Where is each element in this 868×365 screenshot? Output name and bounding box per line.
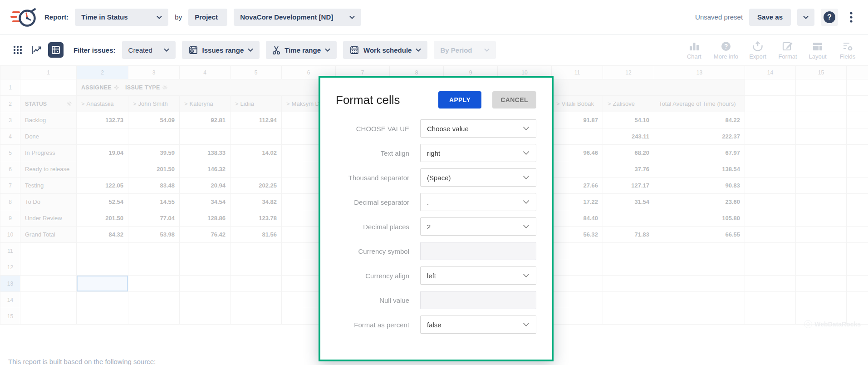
assignee-column-header[interactable]: >Anastasiia bbox=[77, 96, 128, 112]
value-cell[interactable]: 37.76 bbox=[603, 161, 654, 178]
value-cell[interactable] bbox=[180, 128, 230, 145]
grid-cell[interactable] bbox=[654, 308, 745, 325]
grid-cell[interactable] bbox=[745, 194, 796, 210]
expand-arrow[interactable]: > bbox=[184, 100, 188, 107]
grid-cell[interactable] bbox=[745, 178, 796, 194]
grid-cell[interactable] bbox=[745, 79, 796, 96]
grid-cell[interactable] bbox=[745, 276, 796, 292]
value-cell[interactable]: 96.46 bbox=[552, 145, 603, 161]
value-cell[interactable]: 202.25 bbox=[230, 178, 282, 194]
cancel-button[interactable]: CANCEL bbox=[492, 91, 536, 109]
grid-cell[interactable] bbox=[745, 292, 796, 308]
total-value-cell[interactable]: 84.22 bbox=[654, 112, 745, 128]
grid-cell[interactable] bbox=[552, 292, 603, 308]
grid-cell[interactable] bbox=[654, 259, 745, 276]
grid-cell[interactable] bbox=[180, 243, 230, 259]
value-cell[interactable]: 92.81 bbox=[180, 112, 230, 128]
total-value-cell[interactable]: 66.55 bbox=[654, 227, 745, 243]
assignee-column-header[interactable]: >Lidiia bbox=[230, 96, 282, 112]
value-cell[interactable]: 34.82 bbox=[230, 194, 282, 210]
status-row-label[interactable]: Testing bbox=[20, 178, 77, 194]
layout-tool-button[interactable]: Layout bbox=[807, 40, 828, 60]
grid-cell[interactable] bbox=[128, 243, 180, 259]
grid-cell[interactable] bbox=[180, 276, 230, 292]
grid-cell[interactable] bbox=[745, 308, 796, 325]
value-cell[interactable] bbox=[552, 128, 603, 145]
grid-cell[interactable] bbox=[128, 292, 180, 308]
export-tool-button[interactable]: Export bbox=[747, 40, 768, 60]
expand-arrow[interactable]: > bbox=[235, 100, 239, 107]
value-cell[interactable]: 31.54 bbox=[603, 194, 654, 210]
value-cell[interactable]: 112.94 bbox=[230, 112, 282, 128]
grid-cell[interactable] bbox=[77, 292, 128, 308]
grid-cell[interactable] bbox=[796, 210, 847, 227]
chart-tool-button[interactable]: Chart bbox=[684, 40, 705, 60]
grid-cell[interactable] bbox=[745, 128, 796, 145]
status-dimension-header[interactable]: STATUS bbox=[20, 96, 77, 112]
grid-cell[interactable] bbox=[745, 96, 796, 112]
total-value-cell[interactable]: 23.60 bbox=[654, 194, 745, 210]
grid-cell[interactable] bbox=[603, 259, 654, 276]
value-cell[interactable]: 77.04 bbox=[128, 210, 180, 227]
project-select[interactable]: NovaCore Development [ND] bbox=[234, 9, 361, 26]
assignee-column-header[interactable]: >Kateryna bbox=[180, 96, 230, 112]
value-cell[interactable]: 84.32 bbox=[77, 227, 128, 243]
value-cell[interactable] bbox=[552, 161, 603, 178]
grid-cell[interactable] bbox=[20, 79, 77, 96]
grid-cell[interactable] bbox=[77, 259, 128, 276]
value-cell[interactable]: 56.32 bbox=[552, 227, 603, 243]
save-as-dropdown-button[interactable] bbox=[797, 9, 814, 26]
status-row-label[interactable]: Grand Total bbox=[20, 227, 77, 243]
value-cell[interactable]: 201.50 bbox=[128, 161, 180, 178]
table-view-button[interactable] bbox=[48, 42, 64, 58]
grid-cell[interactable] bbox=[745, 161, 796, 178]
gear-icon[interactable] bbox=[114, 85, 119, 90]
grid-cell[interactable] bbox=[552, 276, 603, 292]
grid-cell[interactable] bbox=[603, 292, 654, 308]
value-cell[interactable]: 14.02 bbox=[230, 145, 282, 161]
value-cell[interactable]: 123.78 bbox=[230, 210, 282, 227]
grid-cell[interactable] bbox=[230, 276, 282, 292]
report-type-select[interactable]: Time in Status bbox=[75, 9, 168, 26]
grid-cell[interactable] bbox=[796, 96, 847, 112]
grid-cell[interactable] bbox=[180, 308, 230, 325]
status-row-label[interactable]: Done bbox=[20, 128, 77, 145]
value-cell[interactable] bbox=[230, 128, 282, 145]
grid-cell[interactable] bbox=[552, 259, 603, 276]
grid-cell[interactable] bbox=[745, 145, 796, 161]
grid-cell[interactable] bbox=[796, 145, 847, 161]
status-row-label[interactable]: To Do bbox=[20, 194, 77, 210]
value-cell[interactable] bbox=[230, 161, 282, 178]
issues-range-button[interactable]: Issues range bbox=[182, 41, 260, 59]
value-cell[interactable]: 122.05 bbox=[77, 178, 128, 194]
grid-cell[interactable] bbox=[230, 292, 282, 308]
value-cell[interactable]: 20.94 bbox=[180, 178, 230, 194]
grid-cell[interactable] bbox=[128, 259, 180, 276]
grid-cell[interactable] bbox=[796, 227, 847, 243]
value-cell[interactable]: 76.42 bbox=[180, 227, 230, 243]
grid-cell[interactable] bbox=[745, 227, 796, 243]
grid-cell[interactable] bbox=[230, 259, 282, 276]
filter-issues-select[interactable]: Created bbox=[122, 41, 176, 59]
grid-cell[interactable] bbox=[796, 194, 847, 210]
total-column-header[interactable]: Total Average of Time (hours) bbox=[654, 96, 745, 112]
apply-button[interactable]: APPLY bbox=[438, 91, 481, 109]
more-menu-button[interactable] bbox=[844, 9, 858, 26]
grid-cell[interactable] bbox=[796, 243, 847, 259]
currency-symbol-input[interactable] bbox=[420, 242, 536, 260]
grid-cell[interactable] bbox=[654, 292, 745, 308]
value-cell[interactable]: 27.66 bbox=[552, 178, 603, 194]
value-cell[interactable]: 14.55 bbox=[128, 194, 180, 210]
apps-grid-button[interactable] bbox=[10, 42, 25, 58]
decimal-separator-select[interactable]: . bbox=[420, 193, 536, 211]
grid-cell[interactable] bbox=[745, 112, 796, 128]
value-cell[interactable]: 83.48 bbox=[128, 178, 180, 194]
grid-cell[interactable] bbox=[796, 259, 847, 276]
expand-arrow[interactable]: > bbox=[608, 100, 611, 107]
grid-cell[interactable] bbox=[230, 308, 282, 325]
value-cell[interactable]: 52.54 bbox=[77, 194, 128, 210]
value-cell[interactable]: 34.54 bbox=[180, 194, 230, 210]
value-cell[interactable]: 68.20 bbox=[603, 145, 654, 161]
grid-cell[interactable] bbox=[603, 276, 654, 292]
grid-cell[interactable] bbox=[796, 178, 847, 194]
